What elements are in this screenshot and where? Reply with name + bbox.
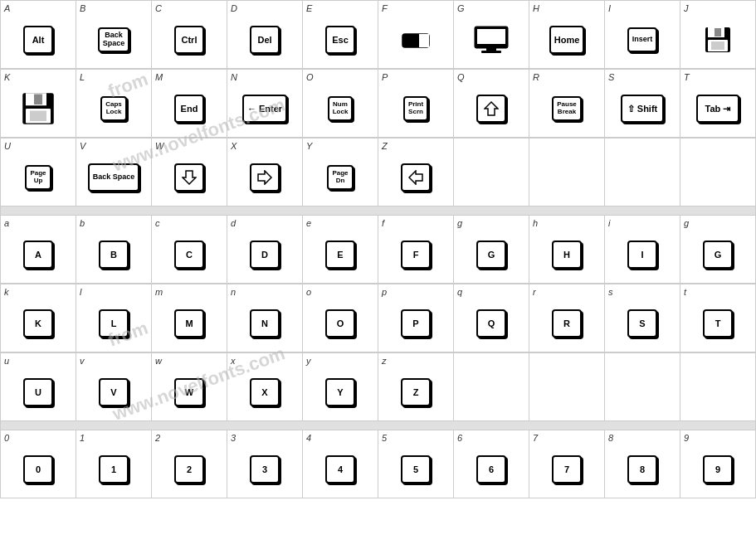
cell-label-S: S	[608, 72, 614, 83]
key-C: C	[174, 241, 204, 269]
cell-label-1: 1	[80, 433, 85, 444]
cell-K: K	[1, 70, 76, 138]
cell-U: U PageUp	[1, 138, 76, 207]
key-4: 4	[325, 455, 355, 484]
cell-label-m: m	[155, 287, 163, 298]
cell-T: T Tab ⇥	[680, 70, 756, 138]
arrow-down-outline-icon	[182, 169, 197, 186]
cell-label-3: 3	[231, 433, 236, 444]
key-pgup-arrow	[476, 95, 506, 123]
cell-O: O NumLock	[303, 70, 378, 138]
monitor-icon	[473, 25, 510, 55]
cell-label-B: B	[80, 3, 85, 14]
cell-7: 7 7	[529, 430, 605, 498]
svg-marker-20	[485, 102, 498, 115]
cell-label-F: F	[382, 3, 388, 14]
cell-E: E Esc	[303, 1, 378, 69]
svg-marker-23	[409, 171, 422, 184]
section-lowercase-row3: u U v V w W x X y Y z Z	[0, 352, 756, 421]
cell-u: u U	[1, 353, 76, 421]
cell-label-t: t	[684, 287, 686, 298]
cell-label-h: h	[533, 218, 538, 229]
cell-Y: Y PageDn	[303, 138, 378, 207]
cell-g: g G	[454, 216, 529, 284]
key-tab: Tab ⇥	[696, 95, 739, 123]
cell-label-s: s	[608, 287, 613, 298]
cell-label-o: o	[306, 287, 311, 298]
cell-label-v: v	[80, 356, 85, 367]
section-lowercase-row2: k K l L m M n N o O p P q Q r R	[0, 284, 756, 352]
key-G: G	[476, 241, 506, 269]
key-V: V	[99, 378, 129, 406]
cell-label-2: 2	[155, 433, 160, 444]
key-2: 2	[174, 455, 204, 484]
key-9: 9	[703, 455, 733, 484]
cell-label-g2: g	[684, 218, 689, 229]
key-A: A	[23, 241, 53, 269]
cell-q: q Q	[454, 284, 529, 352]
cell-label-D: D	[231, 3, 237, 14]
key-8: 8	[627, 455, 657, 484]
key-pause: PauseBreak	[552, 96, 582, 121]
key-3: 3	[250, 455, 280, 484]
cell-L: L CapsLock	[76, 70, 152, 138]
cell-4: 4 4	[303, 430, 378, 498]
cell-x: x X	[227, 353, 303, 421]
cell-empty4	[680, 138, 756, 207]
cell-g2: g G	[680, 216, 756, 284]
cell-label-0: 0	[4, 433, 9, 444]
section-uppercase-row2: K L CapsLock M End N ← Enter	[0, 69, 756, 138]
key-rt-arrow	[250, 163, 280, 192]
cell-C: C Ctrl	[152, 1, 227, 69]
key-L: L	[99, 309, 129, 338]
key-I: I	[627, 241, 657, 269]
key-D: D	[250, 241, 280, 269]
cell-1: 1 1	[76, 430, 152, 498]
cell-H: H Home	[529, 1, 605, 69]
cell-n: n N	[227, 284, 303, 352]
cell-t: t T	[680, 284, 756, 352]
cell-label-X: X	[231, 141, 237, 152]
section-uppercase-row1: A Alt B BackSpace C Ctrl D Del E Esc F	[0, 0, 756, 69]
key-Y: Y	[325, 378, 355, 406]
cell-W: W	[152, 138, 227, 207]
cell-label-r: r	[533, 287, 536, 298]
svg-rect-12	[715, 28, 721, 36]
cell-empty6	[529, 353, 605, 421]
cell-X: X	[227, 138, 303, 207]
key-insert: Insert	[627, 27, 658, 52]
cell-l: l L	[76, 284, 152, 352]
cell-label-y: y	[306, 356, 311, 367]
key-M: M	[174, 309, 204, 338]
cell-v: v V	[76, 353, 152, 421]
key-pageup: PageUp	[25, 165, 51, 190]
cell-label-W: W	[155, 141, 163, 152]
key-printscreen: PrintScrn	[403, 96, 428, 121]
key-X: X	[250, 378, 280, 406]
cell-label-a: a	[4, 218, 9, 229]
cell-label-U: U	[4, 141, 11, 152]
section-lowercase-row1: a A b B c C d D e E f F g G h H	[0, 215, 756, 284]
cell-empty1	[454, 138, 529, 207]
cell-label-z: z	[382, 356, 387, 367]
cell-D: D Del	[227, 1, 303, 69]
cell-G: G	[454, 1, 529, 69]
cell-z: z Z	[378, 353, 454, 421]
key-lt-arrow	[401, 163, 431, 192]
cell-label-Q: Q	[457, 72, 465, 83]
key-T: T	[703, 309, 733, 338]
cell-9: 9 9	[680, 430, 756, 498]
cell-label-9: 9	[684, 433, 689, 444]
key-U: U	[23, 378, 53, 406]
cell-label-5: 5	[382, 433, 387, 444]
cell-label-c: c	[155, 218, 160, 229]
cell-label-w: w	[155, 356, 162, 367]
cell-label-6: 6	[457, 433, 462, 444]
cell-B: B BackSpace	[76, 1, 152, 69]
svg-rect-2	[402, 34, 419, 47]
cell-label-k: k	[4, 287, 9, 298]
key-pagedn: PageDn	[327, 165, 353, 190]
cell-b: b B	[76, 216, 152, 284]
key-del: Del	[250, 26, 280, 54]
key-enter: ← Enter	[242, 95, 287, 123]
